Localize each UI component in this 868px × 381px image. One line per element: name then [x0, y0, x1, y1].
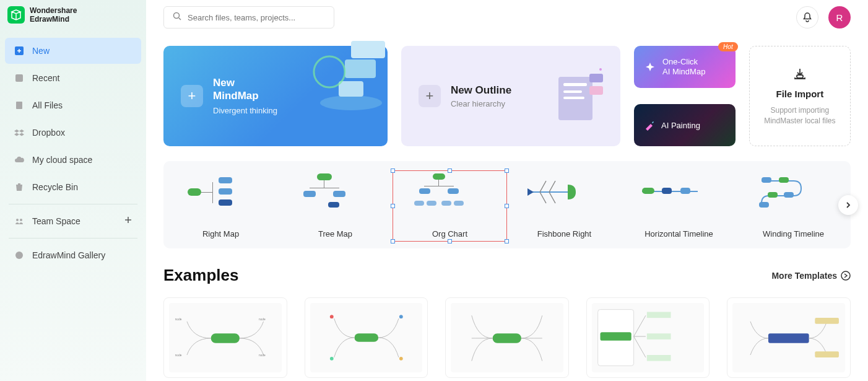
sidebar-item-dropbox[interactable]: Dropbox — [5, 120, 141, 146]
svg-rect-26 — [354, 333, 378, 342]
template-label: Fishbone Right — [537, 229, 591, 239]
svg-text:node: node — [175, 318, 182, 321]
svg-rect-21 — [211, 333, 240, 343]
svg-rect-17 — [589, 86, 603, 95]
ai-oneclick-line2: AI MindMap — [662, 67, 705, 77]
svg-rect-2 — [16, 102, 22, 109]
svg-rect-36 — [647, 355, 671, 361]
dropbox-icon — [14, 127, 25, 138]
topbar: R — [163, 6, 851, 28]
sidebar-label: My cloud space — [32, 155, 92, 165]
template-org-chart[interactable]: Org Chart — [393, 173, 507, 239]
sidebar-label: Dropbox — [32, 128, 65, 138]
user-avatar[interactable]: R — [828, 6, 851, 28]
import-subtitle: Support importing MindMaster local files — [757, 105, 843, 126]
plus-square-icon — [14, 45, 25, 56]
svg-text:node: node — [259, 354, 266, 357]
svg-point-6 — [174, 13, 180, 19]
new-mindmap-card[interactable]: + NewMindMap Divergent thinking — [163, 46, 388, 146]
mindmap-illustration — [311, 35, 391, 115]
template-fishbone[interactable]: Fishbone Right — [507, 173, 622, 239]
notifications-button[interactable] — [796, 6, 818, 28]
svg-rect-31 — [493, 333, 521, 343]
ai-oneclick-card[interactable]: One-Click AI MindMap Hot — [634, 46, 736, 88]
svg-rect-33 — [600, 332, 631, 341]
svg-point-30 — [399, 357, 403, 361]
svg-point-28 — [329, 357, 333, 361]
svg-point-5 — [15, 252, 23, 259]
hot-badge: Hot — [718, 42, 738, 51]
sidebar-item-recycle[interactable]: Recycle Bin — [5, 174, 141, 200]
carousel-next-button[interactable] — [838, 195, 858, 215]
outline-subtitle: Clear hierarchy — [451, 99, 511, 108]
svg-point-29 — [399, 315, 403, 318]
chevron-right-icon — [844, 201, 852, 209]
file-icon — [14, 100, 25, 111]
file-import-card[interactable]: File Import Support importing MindMaster… — [749, 46, 851, 146]
plus-icon: + — [181, 85, 203, 107]
new-outline-card[interactable]: + New Outline Clear hierarchy — [401, 46, 620, 146]
examples-row: nodenodenodenode — [163, 297, 851, 378]
mindmap-title2: MindMap — [213, 90, 259, 102]
mindmap-title1: New — [213, 77, 235, 89]
examples-heading: Examples — [163, 266, 238, 285]
ai-oneclick-line1: One-Click — [662, 57, 705, 67]
sidebar-item-new[interactable]: New — [5, 38, 141, 64]
template-horizontal-timeline[interactable]: Horizontal Timeline — [622, 173, 736, 239]
template-right-map[interactable]: Right Map — [163, 173, 278, 239]
sidebar-item-allfiles[interactable]: All Files — [5, 92, 141, 118]
svg-text:node: node — [259, 318, 266, 321]
sidebar-item-recent[interactable]: Recent — [5, 65, 141, 91]
template-label: Right Map — [202, 229, 239, 239]
template-tree-map[interactable]: Tree Map — [278, 173, 393, 239]
clock-icon — [14, 72, 25, 84]
sidebar-item-gallery[interactable]: EdrawMind Gallery — [5, 242, 141, 268]
svg-text:node: node — [175, 354, 182, 357]
add-team-icon[interactable] — [124, 216, 132, 226]
svg-point-20 — [841, 271, 850, 280]
ai-painting-icon — [644, 120, 655, 131]
example-card[interactable] — [586, 297, 710, 378]
more-templates-link[interactable]: More Templates — [771, 271, 851, 281]
sidebar-item-cloud[interactable]: My cloud space — [5, 147, 141, 173]
sidebar-label: Recent — [32, 73, 59, 83]
template-winding-timeline[interactable]: Winding Timeline — [736, 173, 851, 239]
svg-rect-15 — [563, 97, 584, 99]
search-input[interactable] — [188, 13, 325, 22]
example-card[interactable] — [727, 297, 851, 378]
brand-line2: EdrawMind — [30, 15, 77, 24]
search-box[interactable] — [163, 6, 334, 28]
ai-painting-card[interactable]: AI Painting — [634, 104, 736, 146]
example-card[interactable] — [305, 297, 428, 378]
edrawmind-logo-icon — [7, 6, 25, 24]
team-icon — [14, 216, 25, 227]
svg-rect-16 — [589, 74, 603, 82]
svg-point-27 — [329, 315, 333, 318]
svg-point-18 — [599, 68, 602, 71]
svg-rect-10 — [351, 41, 385, 58]
sidebar-item-team[interactable]: Team Space — [5, 208, 141, 234]
trash-icon — [14, 182, 25, 193]
sidebar-label: Team Space — [32, 216, 80, 226]
svg-rect-37 — [768, 333, 809, 343]
svg-point-4 — [20, 219, 22, 221]
example-card[interactable] — [445, 297, 569, 378]
more-templates-label: More Templates — [771, 271, 837, 281]
svg-point-3 — [16, 219, 19, 221]
ai-painting-label: AI Painting — [661, 121, 700, 130]
sidebar-label: EdrawMind Gallery — [32, 250, 105, 260]
avatar-initial: R — [836, 12, 843, 23]
palette-icon — [14, 250, 25, 261]
sidebar: Wondershare EdrawMind New Recent All Fil… — [0, 0, 146, 381]
sidebar-label: All Files — [32, 100, 63, 110]
svg-rect-1 — [15, 74, 23, 82]
outline-illustration — [552, 64, 608, 126]
svg-rect-38 — [815, 318, 840, 324]
brand-logo: Wondershare EdrawMind — [0, 6, 146, 37]
example-card[interactable]: nodenodenodenode — [163, 297, 287, 378]
svg-rect-14 — [563, 90, 582, 93]
svg-rect-19 — [797, 75, 803, 78]
svg-rect-13 — [563, 83, 587, 86]
svg-rect-34 — [647, 312, 671, 318]
template-label: Tree Map — [318, 229, 352, 239]
